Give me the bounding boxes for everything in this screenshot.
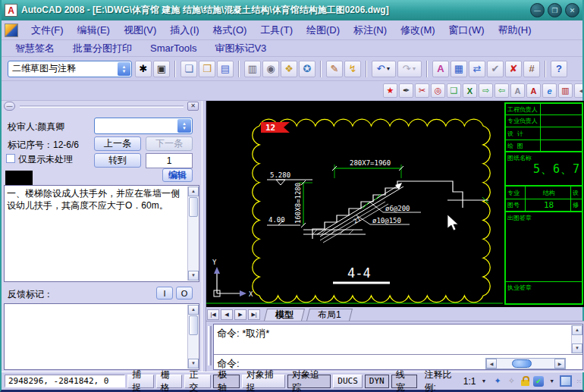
annotation-visibility-icon[interactable]: ✦	[492, 375, 504, 387]
tab-layout1[interactable]: 布局1	[306, 309, 353, 321]
clipped-button[interactable]: ◂	[574, 83, 582, 98]
scroll-down-icon[interactable]: ▼	[188, 271, 199, 281]
drawing-canvas[interactable]: 12 280X7=1960 160X8=1280 5.280 4.00	[206, 101, 584, 307]
feedback-o-button[interactable]: O	[176, 287, 193, 299]
find-mark-button[interactable]: ◎	[431, 83, 445, 98]
text-style-button[interactable]: A	[432, 61, 449, 77]
palette-close-button[interactable]: ✕	[187, 102, 199, 111]
help-button[interactable]: ?	[551, 61, 567, 77]
scroll-right-icon[interactable]: ▶	[554, 359, 565, 368]
delete-standards-button[interactable]: ✘	[505, 61, 522, 77]
menu-draw[interactable]: 绘图(D)	[300, 21, 347, 39]
export-marks-button[interactable]: ⇨	[479, 83, 493, 98]
plot-preview-button[interactable]: ◉	[262, 61, 279, 77]
edit-comment-button[interactable]: 编辑	[162, 168, 193, 182]
open-file-button[interactable]: ❒	[199, 61, 215, 77]
undo-button[interactable]: ↶ ▼	[372, 61, 396, 77]
quickcalc-button[interactable]: #	[523, 61, 540, 77]
clean-screen-icon[interactable]	[560, 375, 572, 387]
menu-modify[interactable]: 修改(M)	[394, 21, 442, 39]
goto-button[interactable]: 转到	[94, 153, 141, 168]
mark-select-combo[interactable]: ▲▼	[94, 118, 193, 134]
menu-format[interactable]: 格式(O)	[206, 21, 254, 39]
comment-textarea[interactable]: 一、楼梯除设成人扶手外，并应在靠墙一侧设幼儿扶手，其高度不应大于O．60m。 ▲…	[4, 185, 199, 282]
feedback-i-button[interactable]: I	[156, 287, 173, 299]
app-menu-icon[interactable]	[5, 24, 18, 37]
layer-translate-button[interactable]: ⇄	[469, 61, 485, 77]
export-excel-button[interactable]: X	[463, 83, 477, 98]
feedback-scrollbar[interactable]: ▲ ▼	[187, 305, 198, 368]
workspace-settings-button[interactable]: ✱	[135, 61, 152, 77]
toggle-lineweight[interactable]: 线宽	[391, 375, 418, 388]
toggle-ortho[interactable]: 正交	[184, 375, 211, 388]
goto-input[interactable]	[146, 153, 193, 168]
resize-grip[interactable]: ⁙	[576, 378, 582, 385]
toolbar-lock-icon[interactable]	[520, 375, 531, 387]
layer-properties-button[interactable]: ▦	[451, 61, 467, 77]
toggle-grid[interactable]: 栅格	[156, 375, 183, 388]
undo-dropdown-icon[interactable]: ▼	[385, 66, 391, 71]
annotation-autoscale-icon[interactable]: ✧	[506, 375, 517, 387]
scroll-thumb[interactable]	[512, 359, 532, 368]
tab-prev-button[interactable]: ◀	[221, 309, 233, 320]
palette-minimize-button[interactable]: —	[4, 102, 15, 111]
menu-tools[interactable]: 工具(T)	[253, 21, 300, 39]
acrobat-gray-button[interactable]: A	[510, 83, 525, 98]
markup-button[interactable]: ✎	[326, 61, 343, 77]
print-button[interactable]: ▥	[244, 61, 261, 77]
scroll-down-icon[interactable]: ▼	[572, 343, 582, 353]
save-button[interactable]: ▤	[217, 61, 234, 77]
workspace-spinner-icon[interactable]: ▲▼	[118, 62, 130, 76]
scroll-left-icon[interactable]: ◀	[486, 359, 497, 368]
menu-file[interactable]: 文件(F)	[24, 21, 71, 39]
toggle-osnap[interactable]: 对象捕捉	[242, 375, 285, 388]
scroll-thumb[interactable]	[189, 197, 198, 217]
workspace-switch-button[interactable]: ▣	[153, 61, 170, 77]
only-unhandled-checkbox[interactable]	[6, 154, 15, 163]
menu-edit[interactable]: 编辑(E)	[71, 21, 117, 39]
toggle-otrack[interactable]: 对象追踪	[287, 375, 331, 388]
toggle-polar[interactable]: 极轴	[213, 375, 240, 388]
toggle-snap[interactable]: 捕捉	[127, 375, 154, 388]
acrobat-red-button[interactable]: A	[526, 83, 541, 98]
check-standards-button[interactable]: ✔	[487, 61, 504, 77]
match-properties-button[interactable]: ↯	[344, 61, 361, 77]
ie-button[interactable]: e	[542, 83, 557, 98]
add-mark-button[interactable]: ★	[383, 83, 397, 98]
autocad-logo-icon[interactable]: A	[5, 4, 17, 17]
close-button[interactable]: ✕	[565, 3, 579, 17]
publish-button[interactable]: ❖	[281, 61, 297, 77]
menu-view[interactable]: 视图(V)	[117, 21, 163, 39]
edit-mark-button[interactable]: ✒	[399, 83, 413, 98]
minimize-button[interactable]: —	[530, 3, 545, 17]
scroll-up-icon[interactable]: ▲	[188, 305, 199, 315]
etransmit-button[interactable]: ✪	[299, 61, 316, 77]
tab-model[interactable]: 模型	[264, 309, 305, 321]
menu-dimension[interactable]: 标注(N)	[347, 21, 394, 39]
toggle-dyn[interactable]: DYN	[365, 375, 389, 388]
feedback-textarea[interactable]: ▲ ▼	[4, 303, 199, 370]
menu-smart-sign[interactable]: 智慧签名	[6, 40, 64, 57]
import-marks-button[interactable]: ⇦	[495, 83, 509, 98]
scroll-thumb[interactable]	[189, 315, 198, 335]
new-file-button[interactable]: ❏	[181, 61, 197, 77]
scroll-up-icon[interactable]: ▲	[572, 325, 582, 335]
redo-button[interactable]: ↷ ▼	[397, 61, 422, 77]
cut-mark-button[interactable]: ✂	[415, 83, 429, 98]
manual-button[interactable]: ▥	[558, 83, 573, 98]
scroll-down-icon[interactable]: ▼	[188, 359, 199, 368]
coordinate-readout[interactable]: 2948296, -2841842, 0	[5, 375, 125, 387]
menu-review-mark-v3[interactable]: 审图标记V3	[206, 40, 275, 57]
comment-scrollbar[interactable]: ▲ ▼	[187, 187, 198, 281]
scroll-up-icon[interactable]: ▲	[188, 187, 199, 196]
menu-help[interactable]: 帮助(H)	[491, 21, 538, 39]
status-dropdown-icon[interactable]: ▼	[546, 375, 557, 387]
copy-marks-button[interactable]: ❑	[447, 83, 461, 98]
tab-first-button[interactable]: |◀	[207, 309, 219, 320]
annotation-scale-dropdown-icon[interactable]: ▼	[479, 375, 490, 387]
menu-smartools[interactable]: SmarTools	[141, 41, 206, 55]
workspace-combo[interactable]: 二维草图与注释 ▲▼	[8, 61, 132, 77]
status-menu-icon[interactable]: ✔	[533, 376, 544, 387]
command-vscrollbar[interactable]: ▲ ▼	[571, 325, 582, 353]
menu-window[interactable]: 窗口(W)	[442, 21, 491, 39]
